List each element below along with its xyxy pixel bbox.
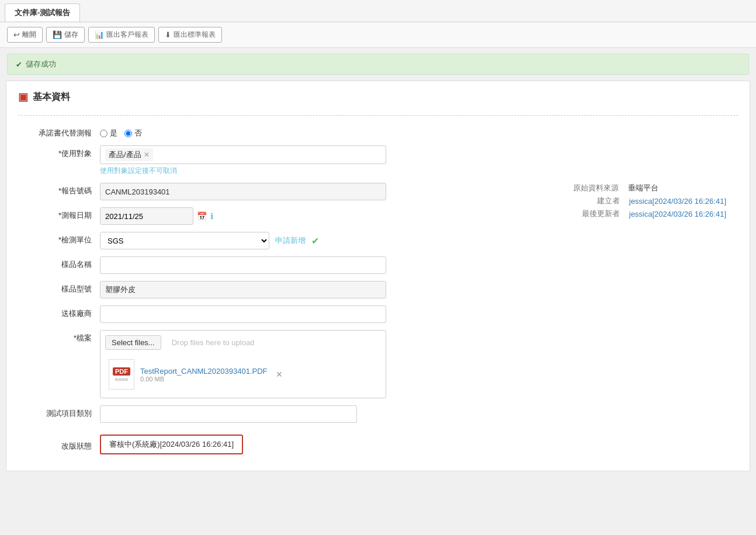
- test-date-label: *測報日期: [18, 207, 100, 221]
- usage-target-label: *使用對象: [18, 145, 100, 159]
- select-files-button[interactable]: Select files...: [105, 335, 161, 350]
- sample-name-row: 樣品名稱: [18, 256, 738, 274]
- meta-section: 原始資料來源 垂端平台 建立者 jessica[2024/03/26 16:26…: [573, 183, 726, 219]
- success-message: ✔ 儲存成功: [7, 54, 749, 75]
- apply-new-link[interactable]: 申請新增: [275, 235, 306, 246]
- test-unit-row: *檢測單位 SGS 申請新增 ✔: [18, 232, 738, 249]
- updater-value: jessica[2024/03/26 16:26:41]: [629, 210, 726, 218]
- adobe-text: Adobe: [115, 377, 128, 382]
- file-info: TestReport_CANML2020393401.PDF 0.00 MB: [140, 367, 268, 383]
- exit-button[interactable]: ↩ 離開: [7, 27, 43, 43]
- file-item: PDF Adobe TestReport_CANML2020393401.PDF…: [105, 356, 381, 393]
- download-icon: ⬇: [165, 30, 171, 39]
- status-value: 審核中(系統廠)[2024/03/26 16:26:41]: [109, 439, 234, 450]
- export-client-button[interactable]: 📊 匯出客戶報表: [88, 27, 155, 43]
- check-icon: ✔: [16, 60, 22, 69]
- supplier-row: 送樣廠商: [18, 305, 738, 323]
- sample-name-label: 樣品名稱: [18, 256, 100, 270]
- proxy-report-radio-group: 是 否: [100, 125, 386, 138]
- file-size: 0.00 MB: [140, 376, 268, 383]
- sample-name-input[interactable]: [100, 256, 386, 274]
- status-label: 改版狀態: [18, 438, 100, 451]
- creator-value: jessica[2024/03/26 16:26:41]: [629, 197, 726, 206]
- status-box: 審核中(系統廠)[2024/03/26 16:26:41]: [100, 435, 243, 454]
- report-number-row: *報告號碼 原始資料來源 垂端平台 建立者 jessica[2024/03/26…: [18, 183, 738, 200]
- supplier-label: 送樣廠商: [18, 305, 100, 319]
- info-icon[interactable]: ℹ: [210, 211, 213, 221]
- file-remove-button[interactable]: ✕: [276, 370, 283, 379]
- test-unit-select[interactable]: SGS: [100, 232, 269, 249]
- file-row: *檔案 Select files... Drop files here to u…: [18, 330, 738, 398]
- test-category-label: 測試項目類別: [18, 405, 100, 419]
- usage-target-remove[interactable]: ✕: [144, 151, 150, 159]
- proxy-yes-radio[interactable]: 是: [100, 128, 117, 138]
- test-unit-wrap: SGS 申請新增 ✔: [100, 232, 386, 249]
- sample-model-label: 樣品型號: [18, 281, 100, 294]
- verified-icon: ✔: [311, 235, 319, 246]
- source-value: 垂端平台: [628, 183, 658, 193]
- calendar-icon[interactable]: 📅: [197, 211, 207, 221]
- save-button[interactable]: 💾 儲存: [46, 27, 85, 43]
- usage-target-row: *使用對象 產品/產品 ✕ 使用對象設定後不可取消: [18, 145, 738, 176]
- status-row: 改版狀態 審核中(系統廠)[2024/03/26 16:26:41]: [18, 435, 738, 454]
- test-category-row: 測試項目類別: [18, 405, 738, 423]
- document-library-tab[interactable]: 文件庫-測試報告: [5, 4, 80, 22]
- report-number-input[interactable]: [100, 183, 386, 200]
- proxy-report-row: 承諾書代替測報 是 否: [18, 125, 738, 138]
- sample-model-row: 樣品型號: [18, 281, 738, 298]
- supplier-input[interactable]: [100, 305, 386, 323]
- main-content: ▣ 基本資料 承諾書代替測報 是 否: [6, 81, 750, 471]
- upload-header: Select files... Drop files here to uploa…: [105, 335, 381, 350]
- test-unit-label: *檢測單位: [18, 232, 100, 245]
- test-date-input[interactable]: [100, 207, 193, 225]
- pdf-badge: PDF: [113, 367, 130, 376]
- proxy-report-label: 承諾書代替測報: [18, 125, 100, 138]
- test-date-wrap: 📅 ℹ: [100, 207, 386, 225]
- source-label: 原始資料來源: [573, 183, 619, 193]
- file-name[interactable]: TestReport_CANML2020393401.PDF: [140, 367, 268, 376]
- proxy-no-radio[interactable]: 否: [124, 128, 142, 138]
- usage-target-tag: 產品/產品 ✕: [105, 148, 153, 161]
- save-icon: 💾: [53, 30, 62, 39]
- export-standard-button[interactable]: ⬇ 匯出標準報表: [158, 27, 222, 43]
- section-title: ▣ 基本資料: [18, 91, 738, 108]
- divider: [18, 115, 738, 116]
- section-icon: ▣: [18, 91, 28, 103]
- updater-label: 最後更新者: [573, 209, 620, 219]
- exit-icon: ↩: [13, 30, 20, 39]
- report-number-label: *報告號碼: [18, 183, 100, 196]
- file-upload-area: Select files... Drop files here to uploa…: [100, 330, 386, 398]
- sample-model-input[interactable]: [100, 281, 386, 298]
- file-label: *檔案: [18, 330, 100, 343]
- excel-icon: 📊: [95, 30, 104, 39]
- test-category-input[interactable]: [100, 405, 357, 423]
- toolbar: ↩ 離開 💾 儲存 📊 匯出客戶報表 ⬇ 匯出標準報表: [0, 22, 756, 48]
- creator-label: 建立者: [573, 196, 620, 206]
- pdf-icon: PDF Adobe: [109, 359, 134, 390]
- usage-target-helper: 使用對象設定後不可取消: [100, 166, 386, 176]
- drop-zone-text: Drop files here to upload: [172, 338, 255, 347]
- usage-target-input[interactable]: 產品/產品 ✕: [100, 145, 386, 164]
